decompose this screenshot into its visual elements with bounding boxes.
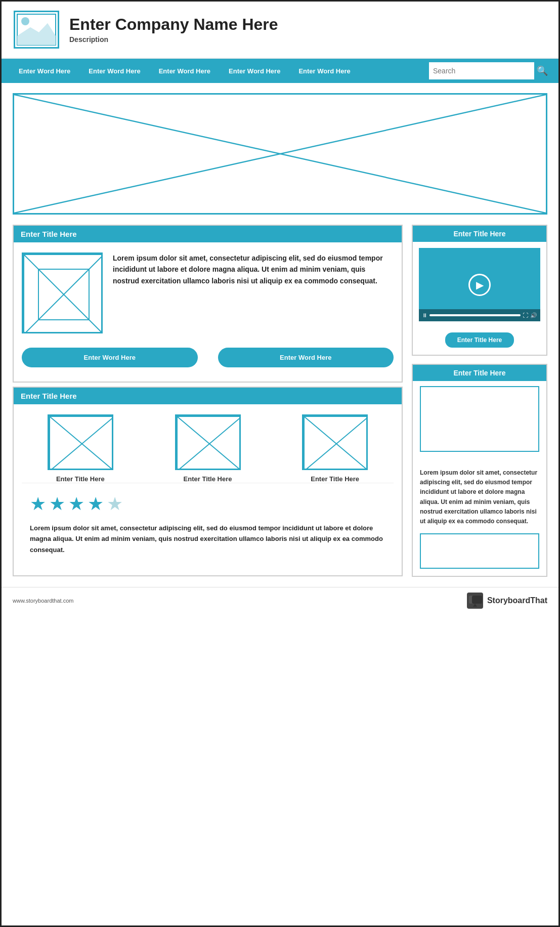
search-button[interactable]: 🔍 xyxy=(534,62,550,79)
right-card-body: Lorem ipsum dolor sit amet, consectetur … xyxy=(413,457,546,533)
gallery-items: Enter Title Here Enter Title Here xyxy=(22,414,394,483)
left-top-card: Enter Title Here Lorem ipsum dolor sit a… xyxy=(13,225,403,383)
brand-icon xyxy=(467,593,483,609)
footer-url: www.storyboardthat.com xyxy=(13,598,73,604)
search-icon: 🔍 xyxy=(537,65,548,76)
hero-banner xyxy=(13,93,547,215)
svg-point-2 xyxy=(21,17,29,25)
review-text: Lorem ipsum dolor sit amet, consectetur … xyxy=(30,523,385,555)
header-text: Enter Company Name Here Description xyxy=(69,16,278,44)
nav-items: Enter Word Here Enter Word Here Enter Wo… xyxy=(10,67,429,75)
star-1: ★ xyxy=(30,493,46,515)
video-controls: ⏸ ⛶ 🔊 xyxy=(419,309,540,321)
search-box: 🔍 xyxy=(429,62,550,79)
volume-icon[interactable]: 🔊 xyxy=(530,312,537,319)
left-top-btn-row: Enter Word Here Enter Word Here xyxy=(22,348,394,371)
main-content: Enter Title Here Lorem ipsum dolor sit a… xyxy=(2,225,558,587)
play-icon: ▶ xyxy=(476,279,484,291)
svg-marker-21 xyxy=(473,604,477,607)
footer: www.storyboardthat.com StoryboardThat xyxy=(2,587,558,614)
left-top-card-body: Lorem ipsum dolor sit amet, consectetur … xyxy=(14,242,402,382)
left-btn-2[interactable]: Enter Word Here xyxy=(218,348,394,367)
gallery-item-1-label: Enter Title Here xyxy=(56,475,105,483)
image-text-row: Lorem ipsum dolor sit amet, consectetur … xyxy=(22,252,394,333)
right-video-btn[interactable]: Enter Title Here xyxy=(445,332,514,348)
gallery-body: Enter Title Here Enter Title Here xyxy=(14,404,402,575)
gallery-card-header: Enter Title Here xyxy=(14,388,402,404)
nav-item-5[interactable]: Enter Word Here xyxy=(289,67,359,75)
fullscreen-icon[interactable]: ⛶ xyxy=(523,312,528,318)
star-5: ★ xyxy=(107,493,123,515)
gallery-image-1 xyxy=(48,414,113,470)
right-video-btn-area: Enter Title Here xyxy=(413,327,546,355)
brand-name: StoryboardThat xyxy=(487,596,547,605)
company-logo xyxy=(14,11,59,49)
header: Enter Company Name Here Description xyxy=(2,2,558,59)
gallery-item-2-label: Enter Title Here xyxy=(184,475,232,483)
star-2: ★ xyxy=(49,493,65,515)
right-text-card: Enter Title Here Lorem ipsum dolor sit a… xyxy=(412,364,547,577)
search-input[interactable] xyxy=(433,67,534,75)
star-3: ★ xyxy=(68,493,84,515)
right-text-card-header: Enter Title Here xyxy=(413,365,546,381)
play-button[interactable]: ▶ xyxy=(468,274,491,296)
video-player[interactable]: ▶ ⏸ ⛶ 🔊 xyxy=(419,248,540,321)
gallery-item-2: Enter Title Here xyxy=(149,414,267,483)
gallery-image-2 xyxy=(175,414,241,470)
nav-item-2[interactable]: Enter Word Here xyxy=(79,67,149,75)
left-top-card-header: Enter Title Here xyxy=(14,226,402,242)
right-video-card: Enter Title Here ▶ ⏸ ⛶ 🔊 Enter Title Her… xyxy=(412,225,547,356)
nav-item-3[interactable]: Enter Word Here xyxy=(150,67,220,75)
gallery-card: Enter Title Here Enter Title Here xyxy=(13,387,403,576)
nav-bar: Enter Word Here Enter Word Here Enter Wo… xyxy=(2,59,558,83)
right-column: Enter Title Here ▶ ⏸ ⛶ 🔊 Enter Title Her… xyxy=(412,225,547,577)
star-rating: ★ ★ ★ ★ ★ xyxy=(30,493,385,515)
left-column: Enter Title Here Lorem ipsum dolor sit a… xyxy=(13,225,403,577)
gallery-item-1: Enter Title Here xyxy=(22,414,139,483)
company-description: Description xyxy=(69,35,278,44)
right-bottom-box xyxy=(420,533,539,569)
progress-bar[interactable] xyxy=(429,314,521,316)
gallery-image-3 xyxy=(302,414,368,470)
nav-item-1[interactable]: Enter Word Here xyxy=(10,67,79,75)
nav-item-4[interactable]: Enter Word Here xyxy=(220,67,289,75)
svg-rect-20 xyxy=(472,596,482,604)
left-btn-1[interactable]: Enter Word Here xyxy=(22,348,198,367)
right-body-text: Lorem ipsum dolor sit amet, consectetur … xyxy=(420,468,539,526)
review-section: ★ ★ ★ ★ ★ Lorem ipsum dolor sit amet, co… xyxy=(22,483,394,565)
right-video-card-header: Enter Title Here xyxy=(413,226,546,242)
left-top-card-text: Lorem ipsum dolor sit amet, consectetur … xyxy=(113,252,394,286)
star-4: ★ xyxy=(88,493,104,515)
footer-brand: StoryboardThat xyxy=(467,593,547,609)
gallery-item-3-label: Enter Title Here xyxy=(311,475,359,483)
right-empty-box xyxy=(420,386,539,452)
gallery-item-3: Enter Title Here xyxy=(276,414,394,483)
pause-icon[interactable]: ⏸ xyxy=(422,312,427,318)
left-top-image xyxy=(22,252,103,333)
company-name: Enter Company Name Here xyxy=(69,16,278,33)
